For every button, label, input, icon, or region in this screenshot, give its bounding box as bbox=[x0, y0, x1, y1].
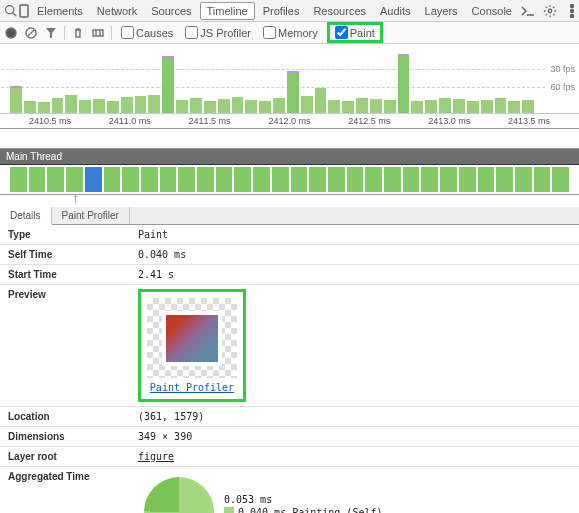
toolbar-divider bbox=[111, 26, 112, 40]
svg-rect-2 bbox=[20, 5, 28, 17]
checkbox-causes[interactable]: Causes bbox=[118, 25, 176, 40]
settings-gear-icon[interactable] bbox=[542, 3, 558, 19]
label-aggregated-time: Aggregated Time bbox=[0, 467, 130, 513]
svg-point-5 bbox=[570, 4, 573, 7]
layer-root-link[interactable]: figure bbox=[138, 451, 174, 462]
checkbox-js-profiler[interactable]: JS Profiler bbox=[182, 25, 254, 40]
selection-arrow-icon: ↑ bbox=[72, 190, 79, 206]
preview-thumbnail bbox=[147, 298, 237, 378]
record-icon[interactable] bbox=[4, 26, 18, 40]
search-icon[interactable] bbox=[4, 3, 17, 19]
tab-profiles[interactable]: Profiles bbox=[257, 3, 306, 19]
main-thread-header[interactable]: Main Thread bbox=[0, 149, 579, 165]
checkbox-memory[interactable]: Memory bbox=[260, 25, 321, 40]
selected-event[interactable] bbox=[85, 167, 102, 192]
tab-console[interactable]: Console bbox=[466, 3, 518, 19]
timeline-toolbar: Causes JS Profiler Memory Paint bbox=[0, 22, 579, 44]
garbage-collect-icon[interactable] bbox=[71, 26, 85, 40]
agg-total: 0.053 ms bbox=[224, 494, 407, 505]
tab-resources[interactable]: Resources bbox=[307, 3, 372, 19]
tab-elements[interactable]: Elements bbox=[31, 3, 89, 19]
svg-line-10 bbox=[28, 30, 34, 36]
svg-marker-11 bbox=[46, 28, 56, 38]
label-self-time: Self Time bbox=[0, 245, 130, 264]
aggregated-pie-chart bbox=[144, 477, 214, 513]
overview-bars bbox=[0, 53, 544, 113]
clear-icon[interactable] bbox=[24, 26, 38, 40]
value-dimensions: 349 × 390 bbox=[130, 427, 579, 446]
label-dimensions: Dimensions bbox=[0, 427, 130, 446]
svg-point-0 bbox=[6, 6, 14, 14]
value-start-time: 2.41 s bbox=[130, 265, 579, 284]
view-mode-icon[interactable] bbox=[91, 26, 105, 40]
tab-layers[interactable]: Layers bbox=[419, 3, 464, 19]
details-panel: TypePaint Self Time0.040 ms Start Time2.… bbox=[0, 225, 579, 513]
value-location: (361, 1579) bbox=[130, 407, 579, 426]
detail-tabs: Details Paint Profiler bbox=[0, 207, 579, 225]
filter-icon[interactable] bbox=[44, 26, 58, 40]
tab-sources[interactable]: Sources bbox=[145, 3, 197, 19]
photo-icon bbox=[162, 311, 222, 366]
svg-rect-12 bbox=[93, 30, 103, 36]
label-layer-root: Layer root bbox=[0, 447, 130, 466]
devtools-main-tabs: Elements Network Sources Timeline Profil… bbox=[0, 0, 579, 22]
tab-audits[interactable]: Audits bbox=[374, 3, 417, 19]
time-axis: 2410.5 ms2411.0 ms2411.5 ms2412.0 ms2412… bbox=[0, 114, 579, 129]
value-self-time: 0.040 ms bbox=[130, 245, 579, 264]
svg-point-6 bbox=[570, 9, 573, 12]
svg-line-1 bbox=[13, 13, 16, 16]
drawer-menu-icon[interactable] bbox=[564, 3, 579, 19]
tab-details[interactable]: Details bbox=[0, 207, 52, 225]
agg-self-legend: 0.040 ms Painting (Self) bbox=[224, 507, 407, 514]
svg-point-4 bbox=[548, 9, 552, 13]
console-toggle-icon[interactable] bbox=[520, 3, 536, 19]
sub-timeline-strip[interactable] bbox=[0, 129, 579, 149]
label-start-time: Start Time bbox=[0, 265, 130, 284]
label-type: Type bbox=[0, 225, 130, 244]
label-preview: Preview bbox=[0, 285, 130, 406]
legend-swatch-self bbox=[224, 507, 234, 513]
checkbox-paint[interactable]: Paint bbox=[332, 25, 378, 40]
tab-network[interactable]: Network bbox=[91, 3, 143, 19]
label-location: Location bbox=[0, 407, 130, 426]
preview-highlight: Paint Profiler bbox=[138, 289, 246, 402]
highlight-paint-checkbox: Paint bbox=[327, 22, 383, 43]
paint-profiler-link[interactable]: Paint Profiler bbox=[147, 382, 237, 393]
value-type: Paint bbox=[130, 225, 579, 244]
tab-paint-profiler[interactable]: Paint Profiler bbox=[52, 207, 130, 224]
tab-timeline[interactable]: Timeline bbox=[200, 2, 255, 20]
toolbar-divider bbox=[64, 26, 65, 40]
device-icon[interactable] bbox=[19, 3, 29, 19]
svg-point-8 bbox=[6, 28, 16, 38]
svg-point-7 bbox=[570, 14, 573, 17]
overview-chart[interactable]: 30 fps 60 fps bbox=[0, 44, 579, 114]
main-thread-flamechart[interactable]: ↑ bbox=[0, 165, 579, 195]
